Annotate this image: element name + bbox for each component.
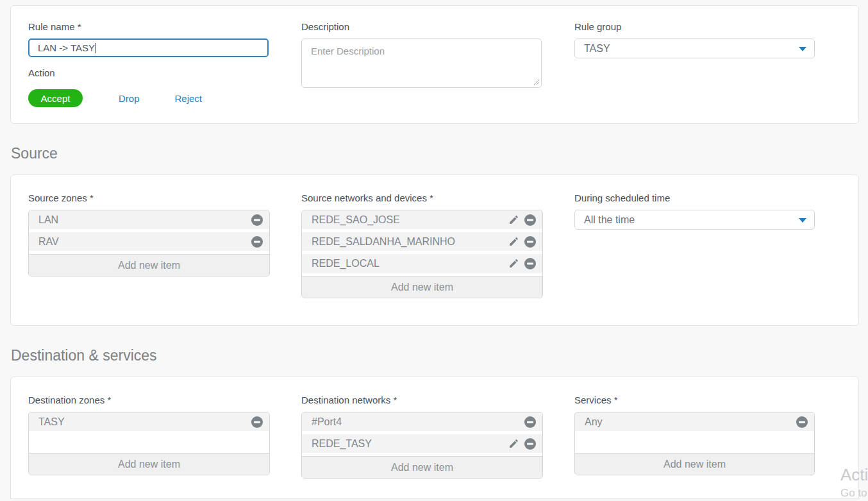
list-item: TASY [29,412,269,431]
edit-icon[interactable] [508,236,519,247]
remove-icon[interactable] [796,416,808,428]
services-list: Any Add new item [574,412,815,475]
destination-networks-list: #Port4 REDE_TASY [301,412,543,479]
description-label: Description [301,21,543,33]
destination-section-heading: Destination & services [11,347,157,364]
list-item-label: TASY [38,416,251,428]
source-zones-list: LAN RAV [28,210,270,276]
source-card: Source zones * LAN [10,174,859,326]
add-new-item-button[interactable]: Add new item [302,456,542,478]
rule-name-value: LAN -> TASY [38,42,95,53]
list-item-label: LAN [38,214,251,226]
add-new-item-button[interactable]: Add new item [302,276,542,298]
remove-icon[interactable] [524,438,536,450]
activation-watermark-line2: Go to [840,487,867,500]
remove-icon[interactable] [524,214,536,226]
destination-zones-label: Destination zones * [28,395,270,406]
schedule-label: During scheduled time [574,192,815,204]
services-label: Services * [574,395,815,406]
source-networks-list: REDE_SAO_JOSE REDE_SALDANHA_MARINHO [301,210,543,298]
list-item-label: REDE_TASY [312,438,508,450]
source-zones-label: Source zones * [28,192,270,204]
remove-icon[interactable] [251,214,263,226]
remove-icon[interactable] [524,236,536,248]
description-textarea[interactable] [301,38,542,88]
schedule-select[interactable]: All the time [574,210,815,230]
rule-name-input[interactable]: LAN -> TASY [28,38,269,57]
destination-networks-label: Destination networks * [301,395,543,406]
action-accept-button[interactable]: Accept [28,89,83,107]
action-options: Accept Drop Reject [28,89,270,107]
chevron-down-icon [799,47,806,51]
edit-icon[interactable] [508,214,519,225]
remove-icon[interactable] [524,258,536,269]
resize-grip-icon[interactable] [533,79,540,85]
rule-group-label: Rule group [574,21,815,33]
list-item: REDE_SAO_JOSE [302,210,542,229]
activation-watermark-line1: Acti [840,465,868,485]
list-item-label: RAV [38,236,251,248]
rule-group-select[interactable]: TASY [574,38,815,58]
list-item-label: #Port4 [312,416,524,428]
list-item: REDE_LOCAL [302,254,542,273]
list-item: LAN [29,210,269,229]
source-networks-column: Source networks and devices * REDE_SAO_J… [301,192,543,325]
destination-zones-column: Destination zones * TASY Add new it [28,395,270,498]
description-column: Description [301,21,543,123]
schedule-value: All the time [584,214,635,226]
source-section-heading: Source [11,145,58,162]
add-new-item-button[interactable]: Add new item [575,453,814,475]
source-networks-label: Source networks and devices * [301,192,543,204]
chevron-down-icon [799,218,806,223]
rule-group-column: Rule group TASY [574,21,815,123]
list-item-label: REDE_SAO_JOSE [312,214,508,226]
edit-icon[interactable] [508,258,519,269]
destination-zones-list: TASY Add new item [28,412,270,475]
list-item-label: REDE_LOCAL [312,258,508,269]
remove-icon[interactable] [251,416,263,428]
list-item-label: REDE_SALDANHA_MARINHO [312,236,508,248]
edit-icon[interactable] [508,438,519,449]
action-reject-button[interactable]: Reject [175,93,203,104]
remove-icon[interactable] [524,416,536,428]
destination-card: Destination zones * TASY Add new it [10,377,859,499]
action-drop-button[interactable]: Drop [119,93,140,104]
remove-icon[interactable] [251,236,263,248]
add-new-item-button[interactable]: Add new item [29,453,269,475]
list-item-label: Any [585,416,796,428]
rule-group-value: TASY [584,43,610,55]
list-item: RAV [29,232,269,251]
rule-name-column: Rule name * LAN -> TASY Action Accept Dr… [28,21,270,123]
action-label: Action [28,67,270,79]
list-item: REDE_TASY [302,434,542,453]
rule-settings-card: Rule name * LAN -> TASY Action Accept Dr… [10,5,859,124]
rule-name-label: Rule name * [28,21,270,33]
list-item: REDE_SALDANHA_MARINHO [302,232,542,251]
list-item: #Port4 [302,412,542,431]
add-new-item-button[interactable]: Add new item [29,254,269,276]
text-caret [96,43,96,53]
list-item: Any [575,412,814,431]
destination-networks-column: Destination networks * #Port4 [301,395,543,498]
schedule-column: During scheduled time All the time [574,192,815,325]
source-zones-column: Source zones * LAN [28,192,270,325]
services-column: Services * Any Add new item [574,395,815,498]
